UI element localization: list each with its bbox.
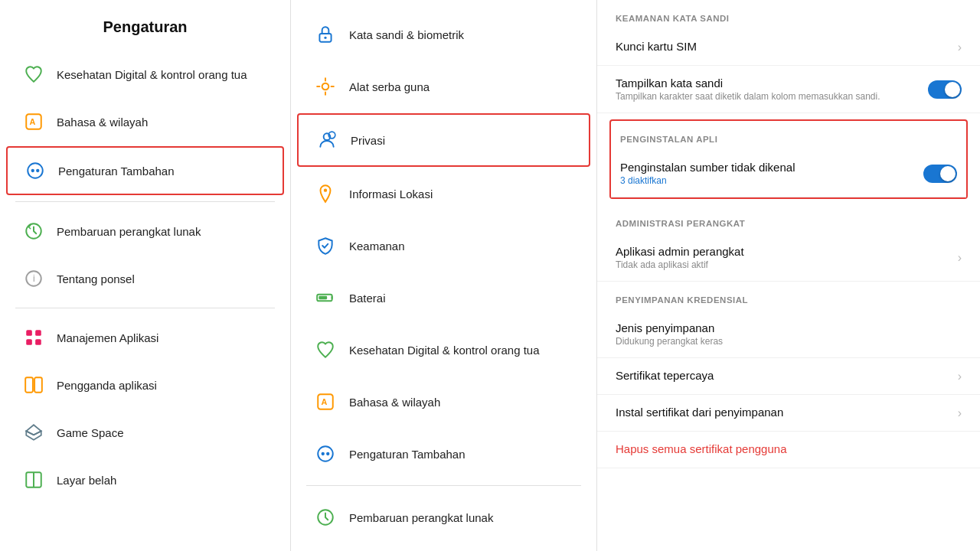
svg-rect-9	[35, 330, 41, 336]
item-content-kunci-sim: Kunci kartu SIM	[616, 40, 950, 54]
section-header-penginstalan: PENGINSTALAN APLI	[611, 121, 966, 150]
sidebar-item-label: Pengaturan Tambahan	[58, 165, 175, 178]
middle-divider-1	[306, 485, 581, 486]
sidebar-item-manajemen[interactable]: Manajemen Aplikasi	[6, 315, 284, 360]
item-title: Sertifikat tepercaya	[616, 369, 950, 382]
right-item-instal-sertifikat[interactable]: Instal sertifikat dari penyimpanan ›	[597, 395, 980, 432]
right-item-jenis-penyimpanan[interactable]: Jenis penyimpanan Didukung perangkat ker…	[597, 311, 980, 358]
middle-item-lokasi[interactable]: Informasi Lokasi	[297, 168, 590, 219]
sidebar-item-layar[interactable]: Layar belah	[6, 457, 284, 503]
right-item-admin-perangkat[interactable]: Aplikasi admin perangkat Tidak ada aplik…	[597, 234, 980, 282]
sidebar-item-pengganda[interactable]: Pengganda aplikasi	[6, 362, 284, 408]
middle-item-bahasa2[interactable]: A Bahasa & wilayah	[297, 377, 590, 427]
middle-item-label: Pengaturan Tambahan	[349, 448, 466, 461]
update2-icon	[312, 504, 338, 530]
location-icon	[312, 181, 338, 207]
sidebar-item-tentang[interactable]: i Tentang ponsel	[6, 256, 284, 302]
section-header-keamanan: KEAMANAN KATA SANDI	[597, 0, 980, 29]
item-content-jenis: Jenis penyimpanan Didukung perangkat ker…	[616, 321, 962, 347]
middle-item-pembaruan2[interactable]: Pembaruan perangkat lunak	[297, 492, 590, 543]
svg-rect-12	[25, 377, 33, 393]
middle-item-baterai[interactable]: Baterai	[297, 272, 590, 323]
svg-rect-8	[26, 330, 32, 336]
sidebar-item-label: Kesehatan Digital & kontrol orang tua	[57, 68, 247, 81]
middle-item-label: Baterai	[349, 292, 386, 305]
item-content-tampilkan-sandi: Tampilkan kata sandi Tampilkan karakter …	[616, 77, 928, 102]
sidebar-item-bahasa[interactable]: A Bahasa & wilayah	[6, 99, 284, 145]
toggle-knob	[940, 166, 956, 181]
item-content-admin: Aplikasi admin perangkat Tidak ada aplik…	[616, 245, 950, 270]
item-subtitle: Tampilkan karakter saat diketik dalam ko…	[616, 91, 928, 102]
item-title: Tampilkan kata sandi	[616, 77, 928, 90]
svg-point-3	[31, 169, 34, 172]
tampilkan-sandi-toggle[interactable]	[928, 80, 962, 99]
item-content-hapus: Hapus semua sertifikat pengguna	[616, 442, 962, 457]
svg-point-32	[326, 452, 329, 455]
svg-point-25	[324, 189, 327, 192]
middle-item-label: Keamanan	[349, 240, 405, 253]
middle-item-label: Informasi Lokasi	[349, 187, 433, 201]
section-header-penyimpanan: PENYIMPANAN KREDENSIAL	[597, 282, 980, 311]
translate2-icon: A	[312, 389, 338, 415]
lock-icon	[312, 21, 338, 47]
heart-icon	[21, 62, 46, 86]
item-content-sumber: Penginstalan sumber tidak dikenal 3 diak…	[620, 161, 923, 186]
sidebar-item-label: Bahasa & wilayah	[57, 116, 148, 129]
sumber-toggle[interactable]	[923, 165, 957, 183]
middle-item-alat[interactable]: Alat serba guna	[297, 61, 590, 112]
sidebar-item-kesehatan[interactable]: Kesehatan Digital & kontrol orang tua	[6, 51, 284, 97]
toggle-knob	[945, 82, 960, 97]
middle-item-label: Kesehatan Digital & kontrol orang tua	[349, 344, 540, 357]
item-subtitle-blue: 3 diaktifkan	[620, 175, 923, 186]
item-content-sertifikat: Sertifikat tepercaya	[616, 369, 950, 383]
shield-icon	[312, 233, 338, 259]
middle-item-pengaturan2[interactable]: Pengaturan Tambahan	[297, 429, 590, 479]
svg-text:A: A	[30, 117, 36, 126]
item-title: Instal sertifikat dari penyimpanan	[616, 406, 950, 419]
right-item-sumber-tidak-dikenal[interactable]: Penginstalan sumber tidak dikenal 3 diak…	[611, 150, 966, 197]
sidebar-item-gamespace[interactable]: Game Space	[6, 409, 284, 455]
chevron-right-icon: ›	[958, 251, 962, 265]
svg-rect-11	[35, 339, 41, 345]
svg-rect-10	[26, 339, 32, 345]
update-icon	[21, 219, 46, 243]
right-item-hapus-sertifikat[interactable]: Hapus semua sertifikat pengguna	[597, 432, 980, 468]
svg-text:i: i	[33, 273, 35, 284]
right-item-tampilkan-sandi[interactable]: Tampilkan kata sandi Tampilkan karakter …	[597, 66, 980, 113]
sidebar-item-pembaruan[interactable]: Pembaruan perangkat lunak	[6, 208, 284, 254]
sliders2-icon	[312, 441, 338, 467]
game-icon	[21, 420, 46, 445]
middle-item-privasi[interactable]: Privasi	[297, 113, 590, 167]
translate-icon: A	[21, 109, 46, 134]
sidebar-item-label: Layar belah	[57, 474, 116, 487]
item-subtitle: Tidak ada aplikasi aktif	[616, 259, 950, 270]
svg-rect-27	[318, 296, 327, 299]
sidebar-item-label: Pengganda aplikasi	[57, 379, 157, 392]
dual-icon	[21, 373, 46, 397]
sidebar-item-pengaturan-tambahan[interactable]: Pengaturan Tambahan	[6, 146, 284, 195]
sidebar-item-label: Tentang ponsel	[57, 272, 135, 285]
svg-point-31	[322, 452, 325, 455]
right-item-kunci-sim[interactable]: Kunci kartu SIM ›	[597, 29, 980, 66]
svg-point-17	[324, 37, 326, 39]
section-box-penginstalan: PENGINSTALAN APLI Penginstalan sumber ti…	[609, 119, 968, 199]
middle-panel: Kata sandi & biometrik Alat serba guna P…	[291, 0, 597, 551]
middle-item-kesehatan2[interactable]: Kesehatan Digital & kontrol orang tua	[297, 324, 590, 375]
right-panel: KEAMANAN KATA SANDI Kunci kartu SIM › Ta…	[597, 0, 980, 551]
sidebar-item-label: Manajemen Aplikasi	[57, 331, 158, 344]
middle-item-label: Pembaruan perangkat lunak	[349, 511, 493, 524]
middle-item-keamanan[interactable]: Keamanan	[297, 220, 590, 271]
middle-item-label: Alat serba guna	[349, 80, 430, 93]
middle-item-label: Kata sandi & biometrik	[349, 28, 464, 41]
middle-item-kata-sandi[interactable]: Kata sandi & biometrik	[297, 9, 590, 60]
page-title: Pengaturan	[0, 8, 290, 50]
sidebar-item-label: Pembaruan perangkat lunak	[57, 225, 201, 238]
middle-item-tentang2[interactable]: i Tentang ponsel	[297, 544, 590, 551]
sidebar-item-label: Game Space	[57, 426, 124, 439]
right-item-sertifikat-tepercaya[interactable]: Sertifikat tepercaya ›	[597, 358, 980, 395]
svg-point-2	[28, 163, 43, 178]
item-title: Jenis penyimpanan	[616, 321, 962, 334]
tools-icon	[312, 73, 338, 99]
svg-point-4	[36, 169, 39, 172]
item-title-red: Hapus semua sertifikat pengguna	[616, 442, 962, 455]
